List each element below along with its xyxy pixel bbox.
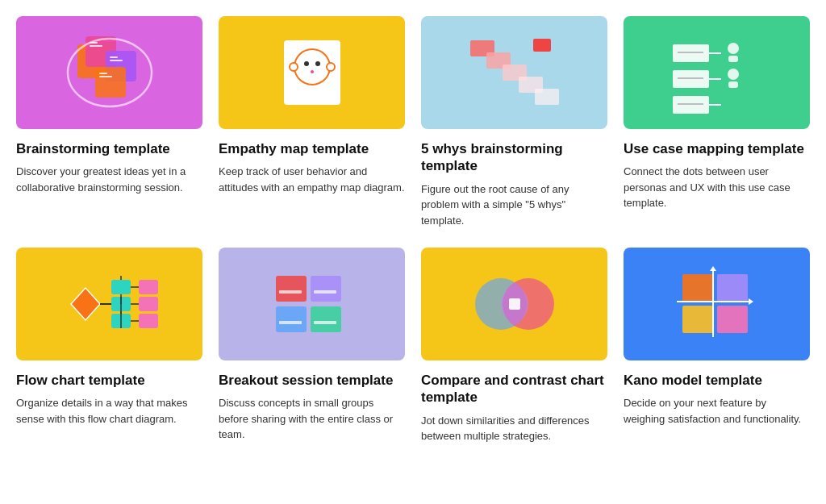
card-desc-brainstorming: Discover your greatest ideas yet in a co… — [16, 164, 202, 195]
card-breakout[interactable]: Breakout session template Discuss concep… — [219, 248, 405, 444]
svg-rect-33 — [728, 81, 738, 88]
svg-rect-26 — [673, 96, 709, 114]
svg-rect-55 — [311, 276, 341, 302]
svg-rect-31 — [728, 56, 738, 62]
svg-marker-37 — [71, 288, 100, 320]
svg-rect-48 — [139, 297, 158, 311]
card-image-brainstorming — [16, 16, 202, 129]
card-image-flow-chart — [16, 248, 202, 360]
svg-rect-60 — [279, 321, 302, 324]
svg-rect-59 — [314, 290, 336, 294]
svg-point-30 — [728, 43, 739, 54]
card-image-breakout — [219, 248, 405, 360]
svg-point-13 — [304, 61, 309, 66]
svg-rect-68 — [717, 306, 748, 333]
svg-rect-22 — [535, 89, 559, 105]
card-desc-kano: Decide on your next feature by weighing … — [624, 395, 810, 427]
card-title-kano: Kano model template — [624, 372, 810, 389]
card-flow-chart[interactable]: Flow chart template Organize details in … — [16, 248, 202, 444]
card-desc-breakout: Discuss concepts in small groups before … — [219, 395, 405, 443]
svg-rect-7 — [110, 56, 118, 58]
svg-rect-64 — [509, 298, 520, 310]
card-title-compare-contrast: Compare and contrast chart template — [421, 372, 607, 406]
svg-rect-6 — [90, 45, 102, 47]
card-desc-empathy-map: Keep track of user behavior and attitude… — [219, 164, 405, 195]
card-kano[interactable]: Kano model template Decide on your next … — [624, 248, 810, 444]
svg-point-32 — [728, 69, 739, 80]
card-desc-compare-contrast: Jot down similarities and differences be… — [421, 413, 607, 444]
svg-rect-47 — [139, 280, 158, 294]
svg-rect-24 — [673, 44, 709, 62]
card-image-compare-contrast — [421, 248, 607, 360]
card-title-use-case: Use case mapping template — [624, 140, 810, 157]
card-desc-use-case: Connect the dots between user personas a… — [624, 164, 810, 211]
card-image-empathy-map — [219, 16, 405, 129]
card-title-breakout: Breakout session template — [219, 372, 405, 389]
svg-rect-23 — [533, 39, 551, 52]
card-use-case[interactable]: Use case mapping template Connect the do… — [624, 16, 810, 228]
card-desc-five-whys: Figure out the root cause of any problem… — [421, 181, 607, 229]
svg-point-16 — [290, 63, 298, 71]
svg-rect-66 — [717, 274, 748, 302]
template-grid: Brainstorming template Discover your gre… — [16, 16, 810, 444]
svg-rect-25 — [673, 70, 709, 88]
svg-rect-65 — [682, 274, 713, 302]
svg-rect-57 — [311, 306, 341, 332]
svg-rect-8 — [110, 60, 123, 61]
svg-marker-72 — [749, 298, 753, 305]
card-five-whys[interactable]: 5 whys brainstorming template Figure out… — [421, 16, 607, 228]
card-title-empathy-map: Empathy map template — [219, 140, 405, 157]
card-image-use-case — [624, 16, 810, 129]
svg-marker-71 — [710, 266, 716, 271]
svg-rect-67 — [682, 306, 713, 333]
svg-rect-3 — [95, 67, 126, 98]
svg-point-17 — [327, 63, 335, 71]
card-title-five-whys: 5 whys brainstorming template — [421, 140, 607, 175]
svg-point-14 — [315, 61, 320, 66]
svg-rect-54 — [276, 276, 307, 302]
card-empathy-map[interactable]: Empathy map template Keep track of user … — [219, 16, 405, 228]
svg-rect-58 — [279, 290, 302, 294]
svg-rect-49 — [139, 314, 158, 328]
card-image-kano — [624, 248, 810, 360]
card-title-brainstorming: Brainstorming template — [16, 140, 202, 157]
svg-rect-56 — [276, 306, 307, 332]
svg-point-12 — [294, 49, 330, 85]
card-title-flow-chart: Flow chart template — [16, 372, 202, 389]
svg-rect-39 — [111, 280, 131, 294]
card-brainstorming[interactable]: Brainstorming template Discover your gre… — [16, 16, 202, 228]
card-desc-flow-chart: Organize details in a way that makes sen… — [16, 395, 202, 427]
svg-rect-9 — [99, 73, 107, 74]
svg-rect-10 — [99, 76, 112, 77]
svg-rect-5 — [90, 42, 98, 44]
card-compare-contrast[interactable]: Compare and contrast chart template Jot … — [421, 248, 607, 444]
svg-point-15 — [311, 70, 314, 73]
card-image-five-whys — [421, 16, 607, 129]
svg-rect-61 — [314, 321, 336, 324]
